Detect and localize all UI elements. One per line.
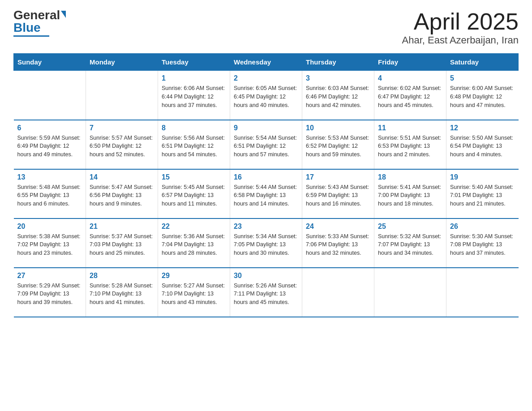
calendar-week-2: 6Sunrise: 5:59 AM Sunset: 6:49 PM Daylig… [14,120,519,169]
day-number: 17 [306,173,370,181]
calendar-cell: 13Sunrise: 5:48 AM Sunset: 6:55 PM Dayli… [14,169,86,218]
calendar-cell: 12Sunrise: 5:50 AM Sunset: 6:54 PM Dayli… [446,120,519,169]
calendar-cell: 27Sunrise: 5:29 AM Sunset: 7:09 PM Dayli… [14,268,86,317]
day-info: Sunrise: 5:53 AM Sunset: 6:52 PM Dayligh… [306,134,370,159]
day-info: Sunrise: 6:06 AM Sunset: 6:44 PM Dayligh… [162,84,226,109]
day-info: Sunrise: 6:05 AM Sunset: 6:45 PM Dayligh… [234,84,298,109]
day-info: Sunrise: 6:00 AM Sunset: 6:48 PM Dayligh… [450,84,515,109]
day-info: Sunrise: 5:57 AM Sunset: 6:50 PM Dayligh… [90,134,154,159]
col-thursday: Thursday [302,54,374,71]
calendar-table: Sunday Monday Tuesday Wednesday Thursday… [13,53,519,317]
day-info: Sunrise: 5:51 AM Sunset: 6:53 PM Dayligh… [378,134,442,159]
col-friday: Friday [374,54,446,71]
day-number: 7 [90,124,154,132]
calendar-cell: 4Sunrise: 6:02 AM Sunset: 6:47 PM Daylig… [374,71,446,120]
day-info: Sunrise: 5:26 AM Sunset: 7:11 PM Dayligh… [234,282,298,307]
day-number: 8 [162,124,226,132]
calendar-cell: 23Sunrise: 5:34 AM Sunset: 7:05 PM Dayli… [230,218,302,268]
col-wednesday: Wednesday [230,54,302,71]
day-number: 15 [162,173,226,181]
day-info: Sunrise: 5:36 AM Sunset: 7:04 PM Dayligh… [162,232,226,257]
calendar-cell: 19Sunrise: 5:40 AM Sunset: 7:01 PM Dayli… [446,169,519,218]
day-number: 10 [306,124,370,132]
calendar-cell: 22Sunrise: 5:36 AM Sunset: 7:04 PM Dayli… [158,218,230,268]
calendar-cell: 26Sunrise: 5:30 AM Sunset: 7:08 PM Dayli… [446,218,519,268]
calendar-cell: 29Sunrise: 5:27 AM Sunset: 7:10 PM Dayli… [158,268,230,317]
title-block: April 2025 Ahar, East Azerbaijan, Iran [402,9,519,46]
calendar-cell: 6Sunrise: 5:59 AM Sunset: 6:49 PM Daylig… [14,120,86,169]
day-info: Sunrise: 5:32 AM Sunset: 7:07 PM Dayligh… [378,232,442,257]
calendar-cell: 28Sunrise: 5:28 AM Sunset: 7:10 PM Dayli… [86,268,158,317]
calendar-cell: 5Sunrise: 6:00 AM Sunset: 6:48 PM Daylig… [446,71,519,120]
day-number: 16 [234,173,298,181]
logo-blue: Blue [13,21,41,34]
calendar-cell: 16Sunrise: 5:44 AM Sunset: 6:58 PM Dayli… [230,169,302,218]
col-sunday: Sunday [14,54,86,71]
calendar-cell [446,268,519,317]
logo-underline [13,35,49,37]
calendar-cell: 9Sunrise: 5:54 AM Sunset: 6:51 PM Daylig… [230,120,302,169]
day-info: Sunrise: 5:48 AM Sunset: 6:55 PM Dayligh… [17,183,82,208]
day-info: Sunrise: 6:02 AM Sunset: 6:47 PM Dayligh… [378,84,442,109]
calendar-cell: 20Sunrise: 5:38 AM Sunset: 7:02 PM Dayli… [14,218,86,268]
header-row: Sunday Monday Tuesday Wednesday Thursday… [14,54,519,71]
day-number: 24 [306,223,370,231]
day-info: Sunrise: 5:37 AM Sunset: 7:03 PM Dayligh… [90,232,154,257]
calendar-cell: 21Sunrise: 5:37 AM Sunset: 7:03 PM Dayli… [86,218,158,268]
day-info: Sunrise: 5:50 AM Sunset: 6:54 PM Dayligh… [450,134,515,159]
day-number: 3 [306,74,370,82]
calendar-week-5: 27Sunrise: 5:29 AM Sunset: 7:09 PM Dayli… [14,268,519,317]
calendar-title: April 2025 [402,9,519,34]
day-number: 13 [17,173,82,181]
day-info: Sunrise: 5:56 AM Sunset: 6:51 PM Dayligh… [162,134,226,159]
calendar-cell [86,71,158,120]
day-info: Sunrise: 5:47 AM Sunset: 6:56 PM Dayligh… [90,183,154,208]
day-info: Sunrise: 5:44 AM Sunset: 6:58 PM Dayligh… [234,183,298,208]
calendar-cell: 25Sunrise: 5:32 AM Sunset: 7:07 PM Dayli… [374,218,446,268]
calendar-subtitle: Ahar, East Azerbaijan, Iran [402,34,519,46]
day-number: 26 [450,223,515,231]
day-info: Sunrise: 5:30 AM Sunset: 7:08 PM Dayligh… [450,232,515,257]
col-tuesday: Tuesday [158,54,230,71]
calendar-week-1: 1Sunrise: 6:06 AM Sunset: 6:44 PM Daylig… [14,71,519,120]
day-number: 11 [378,124,442,132]
calendar-week-4: 20Sunrise: 5:38 AM Sunset: 7:02 PM Dayli… [14,218,519,268]
day-number: 22 [162,223,226,231]
day-number: 20 [17,223,82,231]
day-info: Sunrise: 5:59 AM Sunset: 6:49 PM Dayligh… [17,134,82,159]
calendar-cell: 7Sunrise: 5:57 AM Sunset: 6:50 PM Daylig… [86,120,158,169]
day-number: 2 [234,74,298,82]
day-number: 29 [162,272,226,280]
day-number: 14 [90,173,154,181]
calendar-header: Sunday Monday Tuesday Wednesday Thursday… [14,54,519,71]
day-number: 18 [378,173,442,181]
day-info: Sunrise: 5:33 AM Sunset: 7:06 PM Dayligh… [306,232,370,257]
col-monday: Monday [86,54,158,71]
day-info: Sunrise: 5:54 AM Sunset: 6:51 PM Dayligh… [234,134,298,159]
calendar-cell: 1Sunrise: 6:06 AM Sunset: 6:44 PM Daylig… [158,71,230,120]
day-info: Sunrise: 6:03 AM Sunset: 6:46 PM Dayligh… [306,84,370,109]
day-info: Sunrise: 5:29 AM Sunset: 7:09 PM Dayligh… [17,282,82,307]
calendar-week-3: 13Sunrise: 5:48 AM Sunset: 6:55 PM Dayli… [14,169,519,218]
calendar-cell: 3Sunrise: 6:03 AM Sunset: 6:46 PM Daylig… [302,71,374,120]
day-number: 6 [17,124,82,132]
day-info: Sunrise: 5:40 AM Sunset: 7:01 PM Dayligh… [450,183,515,208]
day-info: Sunrise: 5:34 AM Sunset: 7:05 PM Dayligh… [234,232,298,257]
calendar-cell [302,268,374,317]
day-number: 4 [378,74,442,82]
day-info: Sunrise: 5:38 AM Sunset: 7:02 PM Dayligh… [17,232,82,257]
day-number: 5 [450,74,515,82]
calendar-cell [14,71,86,120]
day-number: 1 [162,74,226,82]
calendar-cell: 2Sunrise: 6:05 AM Sunset: 6:45 PM Daylig… [230,71,302,120]
day-number: 23 [234,223,298,231]
calendar-cell: 10Sunrise: 5:53 AM Sunset: 6:52 PM Dayli… [302,120,374,169]
day-number: 12 [450,124,515,132]
calendar-cell: 18Sunrise: 5:41 AM Sunset: 7:00 PM Dayli… [374,169,446,218]
day-info: Sunrise: 5:28 AM Sunset: 7:10 PM Dayligh… [90,282,154,307]
day-number: 19 [450,173,515,181]
day-info: Sunrise: 5:27 AM Sunset: 7:10 PM Dayligh… [162,282,226,307]
day-number: 28 [90,272,154,280]
calendar-cell [374,268,446,317]
day-info: Sunrise: 5:43 AM Sunset: 6:59 PM Dayligh… [306,183,370,208]
